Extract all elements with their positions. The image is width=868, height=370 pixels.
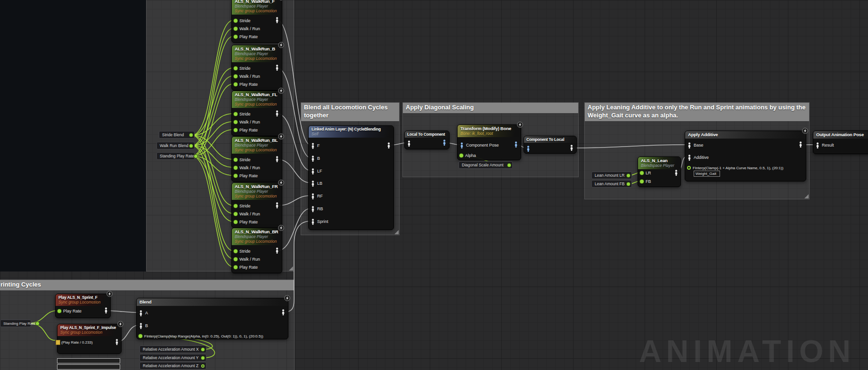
pose-output-pin[interactable]: [674, 170, 679, 176]
var-node-standing-play-rate-2[interactable]: Standing Play Rate: [0, 320, 31, 327]
pose-output-pin[interactable]: [275, 110, 279, 116]
curve-name-field[interactable]: Weight_Gait: [694, 171, 720, 177]
pose-output-pin[interactable]: [275, 202, 279, 208]
float-input-pin[interactable]: [234, 204, 237, 208]
node-apply-additive[interactable]: Apply Additive Base Additive FInterp(Cla…: [685, 131, 806, 181]
node-als-n-walkrun-f[interactable]: ALS_N_WalkRun_F Blendspace Player Sync g…: [231, 0, 282, 43]
float-output-pin[interactable]: [627, 182, 630, 186]
node-blend[interactable]: Blend A B FInterp(Clamp(Map Range(Alpha,…: [136, 298, 288, 339]
node-play-als-n-sprint-f[interactable]: Play ALS_N_Sprint_F Sync group Locomotio…: [55, 294, 111, 318]
float-input-pin[interactable]: [640, 180, 644, 183]
pose-input-pin[interactable]: [311, 219, 315, 225]
node-als-n-walkrun-fr[interactable]: ALS_N_WalkRun_FR Blendspace Player Sync …: [231, 182, 282, 228]
animation-graph-canvas[interactable]: Blend all Locomotion Cycles together App…: [0, 0, 868, 370]
pose-output-pin[interactable]: [275, 17, 279, 23]
pose-input-pin[interactable]: [687, 142, 692, 148]
pose-output-pin[interactable]: [275, 247, 279, 254]
pose-output-pin[interactable]: [442, 140, 447, 146]
float-input-pin[interactable]: [57, 309, 61, 313]
float-output-pin[interactable]: [194, 155, 197, 158]
float-input-pin[interactable]: [234, 166, 237, 170]
node-als-n-lean[interactable]: ALS_N_Lean Blendspace Player LR FB: [638, 156, 681, 187]
pose-output-pin[interactable]: [275, 65, 279, 71]
pose-output-pin[interactable]: [386, 142, 391, 148]
pose-input-pin[interactable]: [139, 323, 143, 329]
float-input-pin[interactable]: [234, 19, 237, 23]
pose-input-pin[interactable]: [815, 142, 820, 148]
node-als-n-walkrun-fl[interactable]: ALS_N_WalkRun_FL Blendspace Player Sync …: [231, 90, 282, 136]
pose-output-pin[interactable]: [275, 156, 279, 162]
var-node-walk-run-blend[interactable]: Walk Run Blend: [156, 142, 195, 149]
node-transform-modify-bone[interactable]: Transform (Modify) Bone Bone: ik_foot_ro…: [457, 124, 521, 160]
node-component-to-local[interactable]: Component To Local: [524, 136, 577, 154]
float-input-pin[interactable]: [234, 74, 237, 78]
var-node-standing-play-rate[interactable]: Standing Play Rate: [156, 152, 195, 160]
float-input-pin[interactable]: [234, 128, 237, 132]
var-node-lean-amount-fb[interactable]: Lean Amount FB: [591, 180, 632, 188]
pose-output-pin[interactable]: [115, 339, 119, 345]
node-linked-anim-layer[interactable]: Linked Anim Layer: (N) CycleBlending Sel…: [308, 125, 394, 230]
pose-input-pin[interactable]: [139, 310, 143, 316]
pose-input-pin[interactable]: [311, 168, 315, 174]
float-output-pin[interactable]: [36, 322, 39, 325]
pose-output-pin[interactable]: [281, 309, 286, 315]
pose-output-pin[interactable]: [514, 141, 518, 148]
node-play-als-n-sprint-f-impulse[interactable]: Play ALS_N_Sprint_F_Impulse Sync group L…: [57, 324, 122, 354]
pose-input-pin[interactable]: [311, 143, 315, 149]
var-node-relative-acceleration-x[interactable]: Relative Acceleration Amount X: [139, 345, 206, 353]
float-output-pin[interactable]: [201, 356, 205, 360]
node-output-animation-pose[interactable]: Output Animation Pose Result: [813, 131, 868, 154]
float-input-pin[interactable]: [234, 220, 237, 224]
float-input-pin[interactable]: [234, 82, 237, 86]
comment-title[interactable]: rinting Cycles: [0, 280, 294, 290]
float-input-pin[interactable]: [687, 166, 691, 170]
float-input-pin[interactable]: [234, 35, 237, 39]
float-output-pin[interactable]: [627, 174, 630, 177]
pose-output-pin[interactable]: [798, 141, 803, 148]
pose-input-pin[interactable]: [311, 181, 315, 187]
node-als-n-walkrun-bl[interactable]: ALS_N_WalkRun_BL Blendspace Player Sync …: [231, 136, 282, 182]
var-node-stride-blend[interactable]: Stride Blend: [159, 131, 195, 139]
node-als-n-walkrun-br[interactable]: ALS_N_WalkRun_BR Blendspace Player Sync …: [231, 228, 282, 273]
float-input-pin[interactable]: [234, 27, 237, 31]
float-input-pin[interactable]: [234, 265, 237, 269]
comment-resize-icon[interactable]: [289, 266, 293, 271]
comment-title[interactable]: Apply Leaning Additive to only the Run a…: [585, 103, 809, 121]
float-input-pin[interactable]: [234, 249, 237, 253]
var-node-lean-amount-lr[interactable]: Lean Amount LR: [591, 172, 632, 179]
var-node-diagonal-scale-amount[interactable]: Diagonal Scale Amount: [459, 161, 513, 169]
pose-input-pin[interactable]: [311, 206, 315, 212]
pose-input-pin[interactable]: [687, 155, 692, 161]
pose-input-pin[interactable]: [311, 193, 315, 199]
float-input-pin[interactable]: [234, 66, 237, 70]
float-input-pin[interactable]: [234, 257, 237, 261]
pose-output-pin[interactable]: [104, 307, 108, 313]
pose-output-pin[interactable]: [569, 145, 574, 151]
float-output-pin[interactable]: [189, 133, 193, 137]
comment-resize-icon[interactable]: [804, 194, 809, 198]
float-input-pin[interactable]: [234, 174, 237, 178]
var-node-relative-acceleration-y[interactable]: Relative Acceleration Amount Y: [139, 354, 206, 362]
pose-input-pin[interactable]: [311, 156, 315, 162]
play-rate-input-pin[interactable]: [56, 340, 60, 345]
node-als-n-walkrun-b[interactable]: ALS_N_WalkRun_B Blendspace Player Sync g…: [231, 45, 282, 90]
node-local-to-component[interactable]: Local To Component: [404, 131, 450, 149]
var-node-relative-acceleration-z[interactable]: Relative Acceleration Amount Z: [139, 362, 206, 370]
pose-input-pin[interactable]: [407, 140, 411, 147]
float-input-pin[interactable]: [459, 154, 463, 157]
float-input-pin[interactable]: [234, 120, 237, 124]
comment-title[interactable]: Apply Diagonal Scaling: [403, 103, 578, 113]
float-input-pin[interactable]: [234, 212, 237, 216]
float-output-pin[interactable]: [189, 144, 193, 148]
comment-resize-icon[interactable]: [394, 230, 399, 234]
pose-input-pin[interactable]: [526, 146, 531, 152]
float-input-pin[interactable]: [640, 171, 644, 175]
float-output-pin[interactable]: [201, 348, 205, 351]
float-output-pin[interactable]: [508, 164, 511, 167]
float-input-pin[interactable]: [139, 334, 142, 338]
pose-input-pin[interactable]: [459, 142, 464, 148]
float-input-pin[interactable]: [234, 112, 237, 116]
float-output-pin[interactable]: [201, 364, 205, 368]
comment-title[interactable]: Blend all Locomotion Cycles together: [301, 103, 399, 121]
float-input-pin[interactable]: [234, 158, 237, 162]
